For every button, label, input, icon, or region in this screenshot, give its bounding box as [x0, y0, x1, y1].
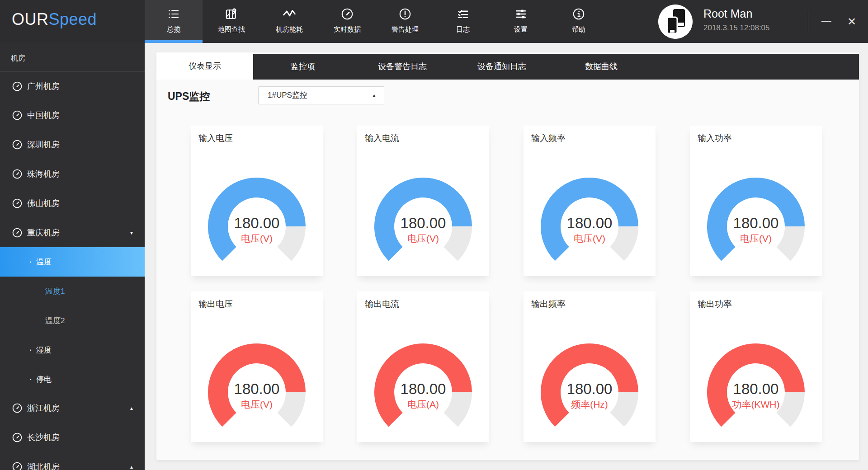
- sidebar-item[interactable]: 长沙机房: [0, 423, 145, 452]
- sidebar-item[interactable]: 中国机房: [0, 101, 145, 130]
- tab-仪表显示[interactable]: 仪表显示: [156, 52, 253, 80]
- header-nav-log-list[interactable]: 日志: [434, 0, 492, 43]
- gauge-chart: 180.00 电压(V): [690, 164, 822, 273]
- sidebar-item[interactable]: · 停电: [0, 364, 145, 394]
- sidebar-item-label: 温度: [36, 257, 52, 267]
- gauge-card: 输入电流 180.00 电压(V): [357, 126, 489, 276]
- room-gauge-icon: [12, 432, 23, 443]
- user-name: Root Man: [703, 7, 752, 20]
- gauge-chart: 180.00 电压(V): [357, 164, 489, 273]
- settings-sliders-icon: [514, 7, 528, 21]
- gauge-unit: 电压(V): [241, 399, 273, 409]
- logo-part-our: OUR: [12, 10, 49, 28]
- sidebar-item[interactable]: 广州机房: [0, 71, 145, 101]
- header-nav-overview-list[interactable]: 总揽: [145, 0, 203, 43]
- gauge-unit: 电压(V): [740, 233, 772, 244]
- gauge-unit: 电压(V): [574, 233, 605, 244]
- caret-up-icon: ▲: [129, 464, 134, 469]
- tab-设备警告日志[interactable]: 设备警告日志: [353, 54, 452, 80]
- room-gauge-icon: [12, 169, 23, 179]
- nav-item-label: 地图查找: [203, 25, 260, 34]
- realtime-gauge-icon: [340, 7, 354, 21]
- close-button[interactable]: ✕: [842, 0, 862, 43]
- header-nav-energy-pulse[interactable]: 机房能耗: [260, 0, 318, 43]
- help-info-icon: [572, 7, 585, 21]
- sidebar-item[interactable]: 温度2: [0, 306, 145, 335]
- room-gauge-icon: [12, 81, 23, 92]
- room-gauge-icon: [12, 198, 23, 209]
- sidebar-item-label: 温度1: [45, 286, 65, 296]
- gauge-chart: 180.00 电压(V): [191, 164, 323, 273]
- sidebar-item-label: 珠海机房: [27, 169, 60, 179]
- app-logo: OURSpeed: [12, 10, 97, 29]
- room-gauge-icon: [12, 403, 23, 414]
- ups-select-value: 1#UPS监控: [268, 87, 307, 104]
- sidebar-title: 机房: [11, 54, 25, 63]
- gauge-value: 180.00: [733, 215, 779, 231]
- gauge-card: 输出功率 180.00 功率(KWH): [690, 291, 822, 442]
- gauge-value: 180.00: [567, 381, 613, 397]
- room-gauge-icon: [12, 461, 23, 470]
- sidebar-item[interactable]: 重庆机房 ▼: [0, 218, 145, 247]
- nav-item-label: 机房能耗: [260, 25, 318, 34]
- gauge-value: 180.00: [401, 215, 446, 231]
- gauge-card-title: 输入频率: [531, 132, 566, 144]
- map-search-icon: [225, 7, 238, 21]
- sidebar-item-label: 浙江机房: [27, 403, 60, 414]
- gauge-card-title: 输入电流: [365, 132, 399, 144]
- ups-select-dropdown[interactable]: 1#UPS监控 ▲: [258, 86, 384, 104]
- sidebar-item[interactable]: 浙江机房 ▲: [0, 394, 145, 423]
- energy-pulse-icon: [283, 7, 296, 21]
- gauge-card-title: 输出频率: [531, 298, 566, 310]
- nav-item-label: 警告处理: [376, 25, 434, 34]
- logo-part-speed: Speed: [49, 10, 97, 28]
- sidebar-item-label: 温度2: [45, 315, 65, 325]
- sidebar-item-label: 广州机房: [27, 81, 60, 92]
- gauge-card: 输出电压 180.00 电压(V): [191, 291, 323, 442]
- gauge-card-title: 输出电流: [365, 298, 399, 310]
- sidebar-item-label: 停电: [36, 374, 52, 384]
- tab-设备通知日志[interactable]: 设备通知日志: [452, 54, 552, 80]
- nav-item-label: 总揽: [145, 25, 203, 34]
- sidebar-item[interactable]: 湖北机房 ▲: [0, 452, 145, 470]
- sidebar-item[interactable]: 佛山机房: [0, 188, 145, 218]
- tab-bar: 仪表显示监控项设备警告日志设备通知日志数据曲线: [156, 52, 859, 80]
- tab-数据曲线[interactable]: 数据曲线: [552, 54, 651, 80]
- sidebar-item[interactable]: 深圳机房: [0, 130, 145, 160]
- sidebar-item-label: 深圳机房: [27, 139, 60, 150]
- gauge-chart: 180.00 电压(V): [524, 164, 656, 273]
- gauge-value: 180.00: [234, 381, 280, 397]
- gauge-unit: 频率(Hz): [571, 399, 608, 409]
- bullet-dot: ·: [29, 373, 32, 385]
- gauge-chart: 180.00 电压(V): [191, 330, 323, 438]
- header-nav-help-info[interactable]: 帮助: [550, 0, 608, 43]
- gauge-card-title: 输入功率: [698, 132, 732, 144]
- header-nav-map-search[interactable]: 地图查找: [203, 0, 260, 43]
- overview-list-icon: [167, 7, 180, 21]
- header-divider: [808, 11, 808, 32]
- header-bar: OURSpeed 总揽 地图查找 机房能耗 实时数据 警告处理 日志 设置 帮助…: [0, 0, 868, 43]
- header-nav-realtime-gauge[interactable]: 实时数据: [318, 0, 376, 43]
- sidebar-item[interactable]: · 湿度: [0, 335, 145, 364]
- main-panel: 仪表显示监控项设备警告日志设备通知日志数据曲线 UPS监控 1#UPS监控 ▲ …: [156, 52, 859, 460]
- sidebar-item-label: 中国机房: [27, 110, 60, 121]
- caret-down-icon: ▼: [129, 230, 134, 235]
- minimize-button[interactable]: [816, 0, 836, 43]
- sidebar-item[interactable]: 珠海机房: [0, 159, 145, 188]
- sidebar-item-label: 湖北机房: [27, 461, 60, 470]
- gauge-unit: 电压(V): [407, 233, 439, 244]
- sidebar-item[interactable]: 温度1: [0, 277, 145, 306]
- gauge-card-title: 输出功率: [698, 298, 732, 310]
- sidebar-item[interactable]: · 温度: [0, 247, 145, 277]
- nav-item-label: 设置: [492, 25, 550, 34]
- header-nav-settings-sliders[interactable]: 设置: [492, 0, 550, 43]
- room-gauge-icon: [12, 227, 23, 238]
- nav-item-label: 实时数据: [318, 25, 376, 34]
- nav-item-label: 帮助: [550, 25, 608, 34]
- sidebar-item-label: 长沙机房: [27, 432, 60, 443]
- gauge-card-title: 输出电压: [198, 298, 233, 310]
- header-nav-alert-circle[interactable]: 警告处理: [376, 0, 434, 43]
- log-list-icon: [456, 7, 470, 21]
- tab-监控项[interactable]: 监控项: [253, 54, 353, 80]
- user-avatar[interactable]: [658, 5, 693, 39]
